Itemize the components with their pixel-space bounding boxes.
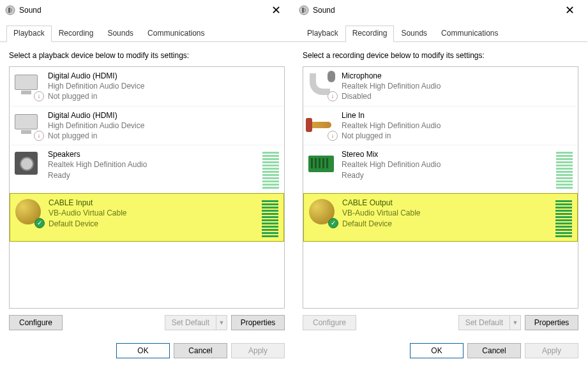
set-default-split: Set Default ▼ [458, 315, 521, 330]
device-status: Ready [342, 170, 552, 180]
tabstrip: Playback Recording Sounds Communications [0, 20, 294, 42]
properties-button[interactable]: Properties [525, 315, 578, 330]
configure-button[interactable]: Configure [9, 315, 63, 330]
device-desc: VB-Audio Virtual Cable [342, 208, 552, 218]
tab-content: Select a playback device below to modify… [0, 42, 294, 338]
device-desc: Realtek High Definition Audio [48, 159, 259, 170]
device-desc: High Definition Audio Device [48, 81, 280, 91]
card-icon [308, 150, 335, 177]
device-row[interactable]: ↓Digital Audio (HDMI)High Definition Aud… [10, 67, 284, 106]
device-row[interactable]: ✓CABLE OutputVB-Audio Virtual CableDefau… [303, 193, 578, 242]
device-info: Digital Audio (HDMI)High Definition Audi… [48, 71, 280, 102]
titlebar: Sound ✕ [294, 0, 587, 20]
cancel-button[interactable]: Cancel [174, 343, 227, 358]
device-status: Not plugged in [48, 91, 280, 101]
device-status: Default Device [342, 219, 552, 229]
sound-app-icon [5, 5, 15, 15]
device-row[interactable]: ↓Digital Audio (HDMI)High Definition Aud… [10, 106, 284, 146]
level-meter [556, 152, 573, 189]
device-status: Not plugged in [342, 131, 574, 141]
svg-rect-1 [8, 8, 10, 13]
device-desc: VB-Audio Virtual Cable [49, 208, 258, 218]
device-desc: High Definition Audio Device [48, 121, 280, 131]
device-row[interactable]: ✓CABLE InputVB-Audio Virtual CableDefaul… [10, 193, 284, 242]
monitor-icon: ↓ [15, 112, 41, 138]
set-default-split: Set Default ▼ [165, 315, 227, 330]
level-meter [262, 152, 279, 189]
device-status: Default Device [49, 219, 258, 229]
device-name: Line In [342, 110, 574, 121]
device-name: Digital Audio (HDMI) [48, 110, 280, 121]
dialog-footer: OK Cancel Apply [294, 338, 587, 366]
ok-button[interactable]: OK [410, 343, 464, 358]
device-name: Microphone [342, 71, 574, 81]
window-title: Sound [313, 6, 557, 15]
device-status: Disabled [342, 91, 574, 101]
unplugged-badge-icon: ↓ [34, 131, 44, 141]
tab-playback[interactable]: Playback [300, 26, 345, 42]
dialog-footer: OK Cancel Apply [0, 338, 294, 366]
set-default-button: Set Default [165, 315, 216, 330]
set-default-button: Set Default [458, 315, 509, 330]
device-name: Stereo Mix [342, 149, 552, 159]
svg-rect-3 [302, 8, 304, 13]
device-list[interactable]: ↓Digital Audio (HDMI)High Definition Aud… [9, 66, 285, 309]
instruction-text: Select a playback device below to modify… [9, 51, 285, 60]
tab-communications[interactable]: Communications [140, 26, 211, 42]
sound-app-icon [299, 5, 309, 15]
sound-dialog-playback: Sound ✕ Playback Recording Sounds Commun… [0, 0, 294, 366]
action-row: Configure Set Default ▼ Properties [9, 315, 285, 330]
tab-recording[interactable]: Recording [52, 26, 101, 42]
device-row[interactable]: Stereo MixRealtek High Definition AudioR… [303, 145, 578, 193]
device-info: MicrophoneRealtek High Definition AudioD… [342, 71, 574, 102]
tab-recording[interactable]: Recording [345, 26, 395, 42]
speaker-icon [15, 150, 41, 177]
device-info: CABLE OutputVB-Audio Virtual CableDefaul… [342, 198, 552, 229]
titlebar: Sound ✕ [0, 0, 294, 20]
level-meter [555, 200, 572, 237]
tabstrip: Playback Recording Sounds Communications [294, 20, 587, 42]
device-row[interactable]: ↓Line InRealtek High Definition AudioNot… [303, 106, 578, 146]
set-default-dropdown-icon: ▼ [216, 315, 227, 330]
properties-button[interactable]: Properties [231, 315, 285, 330]
device-info: Stereo MixRealtek High Definition AudioR… [342, 149, 552, 180]
configure-button: Configure [303, 315, 356, 330]
device-name: CABLE Output [342, 198, 552, 208]
device-status: Not plugged in [48, 131, 280, 141]
apply-button: Apply [231, 343, 285, 358]
tab-content: Select a recording device below to modif… [294, 42, 587, 338]
cable-icon: ✓ [15, 199, 42, 226]
close-icon[interactable]: ✕ [263, 3, 289, 17]
device-desc: Realtek High Definition Audio [342, 159, 552, 170]
monitor-icon: ↓ [15, 72, 41, 99]
jack-icon: ↓ [308, 112, 335, 138]
device-info: CABLE InputVB-Audio Virtual CableDefault… [49, 198, 258, 229]
apply-button: Apply [525, 343, 578, 358]
device-row[interactable]: SpeakersRealtek High Definition AudioRea… [10, 145, 284, 193]
level-meter [262, 200, 278, 237]
device-info: Digital Audio (HDMI)High Definition Audi… [48, 110, 280, 142]
cancel-button[interactable]: Cancel [467, 343, 521, 358]
tab-sounds[interactable]: Sounds [100, 26, 140, 42]
ok-button[interactable]: OK [116, 343, 170, 358]
tab-sounds[interactable]: Sounds [394, 26, 434, 42]
device-list[interactable]: ↓MicrophoneRealtek High Definition Audio… [303, 66, 578, 309]
tab-playback[interactable]: Playback [6, 26, 52, 42]
device-status: Ready [48, 170, 259, 180]
sound-dialog-recording: Sound ✕ Playback Recording Sounds Commun… [294, 0, 587, 366]
device-name: Digital Audio (HDMI) [48, 71, 280, 81]
device-desc: Realtek High Definition Audio [342, 121, 574, 131]
unplugged-badge-icon: ↓ [34, 91, 44, 101]
action-row: Configure Set Default ▼ Properties [303, 315, 578, 330]
device-row[interactable]: ↓MicrophoneRealtek High Definition Audio… [303, 67, 578, 106]
window-title: Sound [19, 6, 263, 15]
close-icon[interactable]: ✕ [557, 3, 582, 17]
device-info: Line InRealtek High Definition AudioNot … [342, 110, 574, 142]
tab-communications[interactable]: Communications [434, 26, 505, 42]
unplugged-badge-icon: ↓ [328, 131, 338, 141]
set-default-dropdown-icon: ▼ [509, 315, 521, 330]
default-badge-icon: ✓ [328, 218, 338, 228]
instruction-text: Select a recording device below to modif… [303, 51, 578, 60]
device-desc: Realtek High Definition Audio [342, 81, 574, 91]
device-name: Speakers [48, 149, 259, 159]
